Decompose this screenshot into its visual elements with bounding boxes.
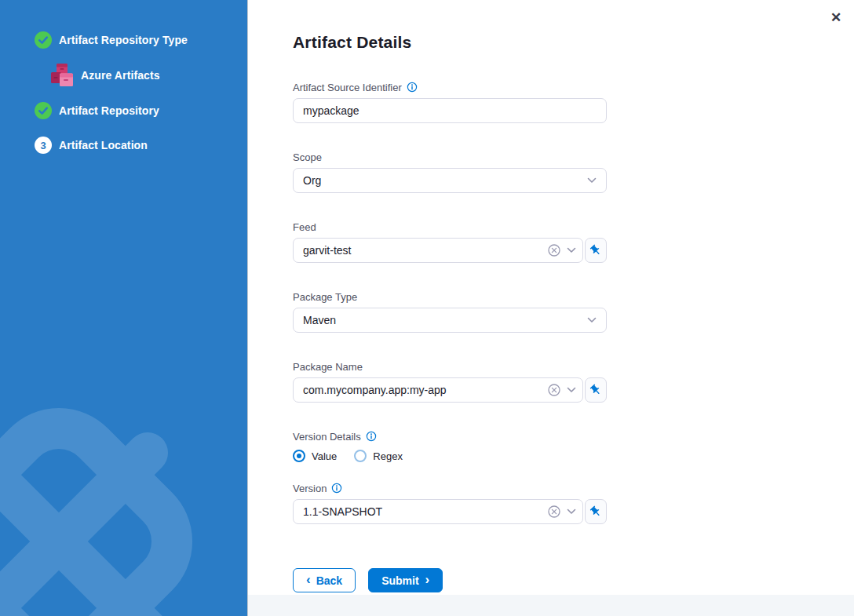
chevron-down-icon <box>567 508 576 515</box>
field-label: Version <box>293 483 327 494</box>
chevron-down-icon <box>567 387 576 393</box>
field-version: Version <box>293 482 607 524</box>
clear-icon[interactable] <box>548 244 560 257</box>
wizard-actions: ‹ Back Submit › <box>293 568 854 592</box>
version-combobox[interactable] <box>293 499 583 524</box>
package-name-combobox[interactable] <box>293 377 583 403</box>
info-icon[interactable] <box>366 431 377 442</box>
check-circle-icon <box>35 31 52 49</box>
feed-input[interactable] <box>303 244 548 257</box>
chevron-down-icon <box>567 247 576 253</box>
field-version-details: Version Details Value Regex <box>293 430 607 463</box>
field-feed: Feed <box>293 221 607 263</box>
field-label: Feed <box>293 221 316 233</box>
step-label: Artifact Location <box>59 139 148 151</box>
field-scope: Scope Org <box>293 151 607 193</box>
pin-icon <box>589 384 602 396</box>
pin-button[interactable] <box>585 499 607 524</box>
step-label: Azure Artifacts <box>81 69 160 82</box>
step-label: Artifact Repository <box>59 104 159 117</box>
radio-selected-icon <box>293 450 305 462</box>
step-artifact-repository[interactable]: Artifact Repository <box>35 102 239 119</box>
pin-button[interactable] <box>585 238 607 263</box>
pin-button[interactable] <box>585 377 607 403</box>
azure-artifacts-icon <box>50 63 74 87</box>
package-type-select[interactable]: Maven <box>293 308 607 333</box>
clear-icon[interactable] <box>548 505 560 518</box>
info-icon[interactable] <box>407 82 418 93</box>
chevron-down-icon <box>587 177 597 184</box>
package-name-input[interactable] <box>303 384 548 396</box>
page-title: Artifact Details <box>293 33 854 52</box>
step-number-badge: 3 <box>35 137 52 154</box>
field-label: Package Type <box>293 291 357 303</box>
artifact-source-identifier-input[interactable] <box>293 98 607 123</box>
footer-strip <box>248 595 854 616</box>
step-label: Artifact Repository Type <box>59 34 188 46</box>
version-input[interactable] <box>303 505 548 518</box>
step-artifact-location[interactable]: 3 Artifact Location <box>35 137 239 154</box>
field-label: Version Details <box>293 431 361 443</box>
field-label: Scope <box>293 151 322 163</box>
back-button[interactable]: ‹ Back <box>293 568 356 592</box>
wizard-steps: Artifact Repository Type Azure Artifacts <box>0 0 247 154</box>
pin-icon <box>589 505 602 518</box>
clear-icon[interactable] <box>548 384 560 396</box>
scope-select[interactable]: Org <box>293 168 607 193</box>
check-circle-icon <box>35 102 52 119</box>
pin-icon <box>589 244 602 257</box>
submit-button[interactable]: Submit › <box>368 568 443 592</box>
artifact-details-panel: ✕ Artifact Details Artifact Source Ident… <box>248 0 854 616</box>
close-icon: ✕ <box>830 10 841 25</box>
field-label: Package Name <box>293 361 363 373</box>
chevron-right-icon: › <box>425 573 430 586</box>
artifact-wizard-modal: Artifact Repository Type Azure Artifacts <box>0 0 854 616</box>
radio-unselected-icon <box>354 450 367 462</box>
chevron-down-icon <box>587 317 597 323</box>
step-azure-artifacts[interactable]: Azure Artifacts <box>50 63 239 87</box>
field-package-type: Package Type Maven <box>293 290 607 333</box>
step-artifact-repository-type[interactable]: Artifact Repository Type <box>35 31 239 49</box>
close-button[interactable]: ✕ <box>824 6 848 30</box>
chevron-left-icon: ‹ <box>306 573 311 586</box>
wizard-sidebar: Artifact Repository Type Azure Artifacts <box>0 0 248 616</box>
package-type-selected-value: Maven <box>303 314 587 326</box>
radio-option-value[interactable]: Value <box>293 450 337 462</box>
field-package-name: Package Name <box>293 360 607 403</box>
feed-combobox[interactable] <box>293 238 583 263</box>
radio-option-regex[interactable]: Regex <box>354 450 403 462</box>
info-icon[interactable] <box>331 483 342 494</box>
field-artifact-source-identifier: Artifact Source Identifier <box>293 81 607 123</box>
version-details-radio-group: Value Regex <box>293 449 607 463</box>
scope-selected-value: Org <box>303 174 587 187</box>
field-label: Artifact Source Identifier <box>293 82 402 93</box>
